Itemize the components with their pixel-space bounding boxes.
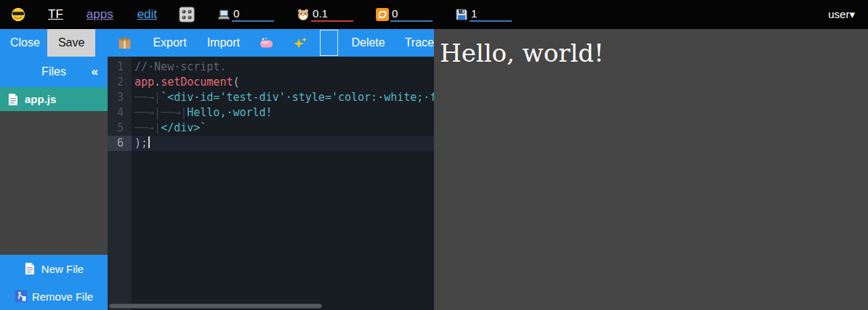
code-token-tab: ──→| [134, 106, 161, 119]
laptop-stat-field[interactable]: 0 [217, 7, 274, 22]
edit-link[interactable]: edit [137, 7, 157, 22]
gutter-line-number: 1 [108, 60, 132, 75]
code-token-tab: ──→| [134, 91, 161, 104]
sparkles-icon[interactable] [293, 36, 308, 51]
refresh-stat-field[interactable]: 0 [375, 7, 433, 22]
code-editor[interactable]: 123456 //·New·script.app.setDocument(──→… [108, 57, 434, 310]
code-line: ──→|`<div·id='test-div'·style='color:·wh… [132, 90, 434, 105]
file-icon [7, 93, 19, 106]
floppy-stat-field[interactable]: 1 [454, 7, 512, 22]
package-icon[interactable] [117, 36, 132, 51]
remove-file-button[interactable]: Remove File [0, 282, 108, 310]
new-file-label: New File [41, 263, 84, 275]
soap-icon[interactable] [259, 36, 274, 51]
code-line: ──→|</div>` [132, 121, 434, 136]
gutter-line-number: 6 [108, 136, 132, 151]
code-token-string: `<div·id='test-div'·style='color:·white;… [161, 91, 434, 104]
code-line: app.setDocument( [132, 75, 434, 90]
hamster-stat-field[interactable]: 0.1 [296, 7, 353, 22]
output-panel: Hello, world! [434, 29, 868, 310]
code-token-punct: ( [233, 76, 239, 89]
new-file-button[interactable]: New File [0, 255, 108, 282]
code-token-tab: ──→| [134, 121, 161, 134]
gutter-line-number: 5 [108, 121, 132, 136]
user-menu-button[interactable]: user▾ [828, 8, 855, 21]
gutter-line-number: 4 [108, 105, 132, 121]
code-line: ); [132, 136, 434, 151]
floppy-icon [454, 7, 469, 22]
sidebar-filler [0, 111, 108, 255]
files-sidebar: Files « app.js New File [0, 57, 108, 310]
editor-gutter: 123456 [108, 57, 132, 310]
trace-button[interactable]: Trace [405, 36, 434, 49]
top-bar: TF apps edit 0 [0, 0, 868, 29]
delete-button[interactable]: Delete [351, 36, 385, 49]
sunglasses-face-icon[interactable] [10, 7, 26, 23]
floppy-stat-value: 1 [470, 7, 512, 22]
empty-slot-button[interactable] [320, 30, 338, 56]
refresh-stat-value: 0 [390, 7, 433, 22]
output-text: Hello, world! [434, 29, 868, 68]
hamster-stat-value: 0.1 [311, 7, 353, 22]
horizontal-scrollbar-thumb[interactable] [109, 303, 322, 309]
code-token-name: setDocument [161, 76, 233, 89]
text-cursor [148, 136, 150, 148]
code-token-punct: ); [134, 136, 148, 150]
gutter-line-number: 2 [108, 75, 132, 90]
editor-toolbar: Close Save Export Import Delete Trace [0, 29, 434, 57]
export-button[interactable]: Export [153, 36, 186, 49]
laptop-stat-value: 0 [232, 7, 274, 22]
hamster-icon [296, 7, 310, 22]
code-token-string: Hello,·world! [187, 106, 272, 119]
code-token-string: </div>` [161, 121, 206, 134]
code-token-tab: ──→| [161, 106, 187, 119]
files-title: Files [41, 65, 66, 78]
gutter-line-number: 3 [108, 90, 132, 105]
apps-link[interactable]: apps [87, 7, 113, 22]
collapse-sidebar-button[interactable]: « [92, 65, 98, 79]
code-line: //·New·script. [132, 60, 434, 75]
tf-link[interactable]: TF [48, 7, 63, 22]
import-button[interactable]: Import [207, 36, 240, 49]
file-item-appjs[interactable]: app.js [0, 87, 108, 111]
litter-bin-icon [15, 290, 27, 303]
laptop-icon [217, 7, 231, 22]
save-button[interactable]: Save [47, 29, 95, 57]
files-header: Files « [0, 57, 108, 87]
remove-file-label: Remove File [32, 290, 93, 303]
code-token-comment: //·New·script. [134, 60, 226, 73]
editor-code-lines[interactable]: //·New·script.app.setDocument(──→|`<div·… [132, 57, 434, 310]
refresh-icon [375, 7, 390, 22]
code-token-name: app [134, 76, 154, 89]
dice-icon[interactable] [179, 7, 195, 23]
close-button[interactable]: Close [10, 36, 40, 49]
code-token-punct: . [154, 76, 161, 89]
new-file-icon [24, 262, 36, 275]
file-name: app.js [25, 93, 56, 105]
code-line: ──→|──→|Hello,·world! [132, 105, 434, 121]
